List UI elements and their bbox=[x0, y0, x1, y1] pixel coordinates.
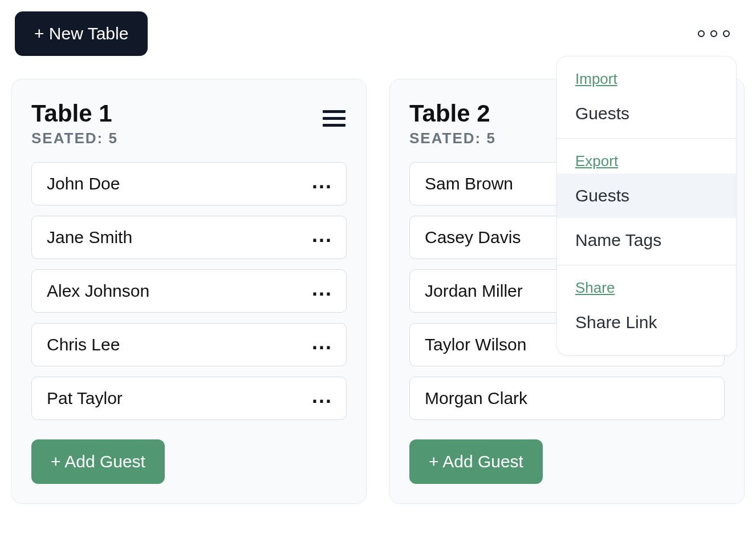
more-dot-icon bbox=[698, 30, 705, 37]
dropdown-heading-import: Import bbox=[557, 70, 736, 91]
guest-name: Jane Smith bbox=[47, 228, 132, 247]
dropdown-section-export: Export Guests Name Tags bbox=[557, 139, 736, 265]
guest-list: John Doe ... Jane Smith ... Alex Johnson… bbox=[31, 162, 347, 420]
table-title: Table 1 bbox=[31, 100, 118, 127]
hamburger-bar-icon bbox=[323, 117, 346, 120]
table-menu-button[interactable] bbox=[323, 100, 347, 127]
guest-actions-button[interactable]: ... bbox=[312, 342, 332, 347]
add-guest-button[interactable]: + Add Guest bbox=[31, 439, 165, 484]
guest-actions-button[interactable]: ... bbox=[312, 181, 332, 186]
guest-name: Alex Johnson bbox=[47, 281, 149, 301]
guest-actions-button[interactable]: ... bbox=[312, 289, 332, 293]
hamburger-bar-icon bbox=[323, 110, 346, 113]
guest-name: Chris Lee bbox=[47, 335, 120, 354]
dropdown-section-import: Import Guests bbox=[557, 56, 736, 139]
table-seated-count: SEATED: 5 bbox=[31, 130, 118, 147]
dropdown-section-share: Share Share Link bbox=[557, 265, 736, 355]
guest-name: Morgan Clark bbox=[425, 389, 527, 408]
guest-name: Taylor Wilson bbox=[425, 335, 526, 354]
hamburger-bar-icon bbox=[323, 124, 346, 127]
dropdown-item-export-nametags[interactable]: Name Tags bbox=[557, 218, 736, 263]
dropdown-item-share-link[interactable]: Share Link bbox=[557, 300, 736, 345]
table-card-1: Table 1 SEATED: 5 John Doe ... Jane Smit… bbox=[11, 79, 367, 504]
guest-row[interactable]: Pat Taylor ... bbox=[31, 377, 347, 420]
more-menu-dropdown: Import Guests Export Guests Name Tags Sh… bbox=[556, 56, 737, 356]
topbar: + New Table bbox=[11, 11, 745, 56]
guest-name: Pat Taylor bbox=[47, 389, 123, 408]
guest-name: Casey Davis bbox=[425, 228, 521, 247]
guest-row[interactable]: Jane Smith ... bbox=[31, 216, 347, 259]
guest-row[interactable]: Morgan Clark ... bbox=[409, 377, 725, 420]
dropdown-heading-export: Export bbox=[557, 152, 736, 173]
dropdown-item-import-guests[interactable]: Guests bbox=[557, 91, 736, 136]
guest-actions-button[interactable]: ... bbox=[312, 396, 332, 401]
new-table-button[interactable]: + New Table bbox=[15, 11, 148, 56]
more-menu-button[interactable] bbox=[692, 25, 735, 43]
dropdown-heading-share: Share bbox=[557, 279, 736, 300]
guest-row[interactable]: John Doe ... bbox=[31, 162, 347, 205]
table-title: Table 2 bbox=[409, 100, 496, 127]
add-guest-button[interactable]: + Add Guest bbox=[409, 439, 543, 484]
more-dot-icon bbox=[710, 30, 717, 37]
guest-name: Sam Brown bbox=[425, 174, 513, 193]
guest-row[interactable]: Chris Lee ... bbox=[31, 323, 347, 366]
dropdown-item-export-guests[interactable]: Guests bbox=[557, 173, 736, 218]
guest-name: John Doe bbox=[47, 174, 120, 193]
table-header: Table 1 SEATED: 5 bbox=[31, 100, 347, 147]
guest-actions-button[interactable]: ... bbox=[312, 235, 332, 240]
guest-row[interactable]: Alex Johnson ... bbox=[31, 269, 347, 313]
guest-name: Jordan Miller bbox=[425, 281, 523, 301]
more-dot-icon bbox=[723, 30, 730, 37]
table-seated-count: SEATED: 5 bbox=[409, 130, 496, 147]
